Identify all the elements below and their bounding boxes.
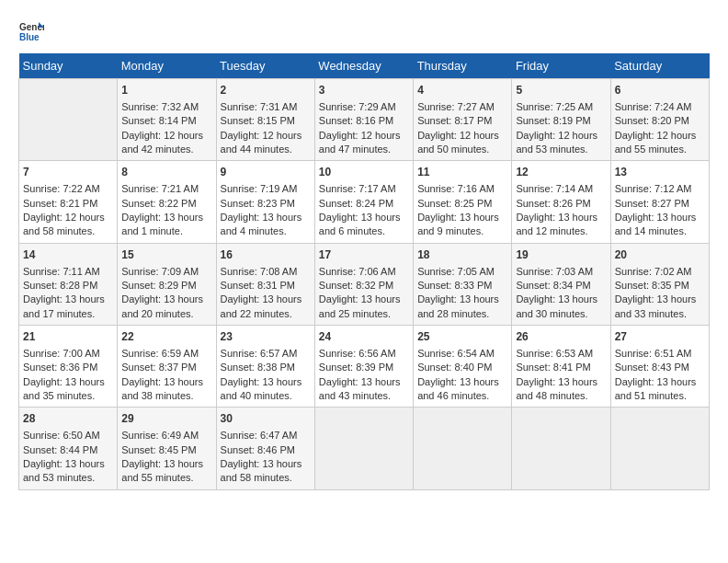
calendar-cell: 8Sunrise: 7:21 AMSunset: 8:22 PMDaylight… [118, 161, 216, 243]
day-detail: Sunrise: 6:54 AM [417, 347, 507, 361]
day-detail: Sunset: 8:34 PM [516, 279, 606, 293]
day-detail: Daylight: 13 hours [319, 211, 409, 224]
day-number: 21 [23, 329, 113, 345]
logo-icon: General Blue [18, 18, 44, 44]
calendar-cell [19, 79, 118, 161]
day-detail: Sunrise: 7:27 AM [417, 100, 507, 114]
day-number: 27 [615, 329, 705, 345]
day-detail: Sunrise: 6:51 AM [615, 347, 705, 361]
day-detail: Daylight: 13 hours [23, 375, 113, 389]
day-detail: Daylight: 13 hours [23, 293, 113, 306]
day-detail: and 43 minutes. [319, 389, 409, 403]
day-detail: and 40 minutes. [221, 389, 311, 403]
week-row-4: 21Sunrise: 7:00 AMSunset: 8:36 PMDayligh… [19, 326, 710, 408]
day-detail: Sunrise: 7:17 AM [319, 182, 409, 196]
week-row-5: 28Sunrise: 6:50 AMSunset: 8:44 PMDayligh… [19, 408, 710, 489]
day-detail: Daylight: 13 hours [417, 211, 507, 224]
weekday-header-monday: Monday [118, 53, 216, 79]
day-detail: and 53 minutes. [516, 143, 606, 156]
day-detail: and 33 minutes. [615, 307, 705, 321]
day-detail: Daylight: 13 hours [516, 211, 606, 224]
calendar-cell [610, 408, 709, 489]
calendar-cell: 7Sunrise: 7:22 AMSunset: 8:21 PMDaylight… [19, 161, 118, 243]
calendar-cell: 4Sunrise: 7:27 AMSunset: 8:17 PMDaylight… [414, 79, 512, 161]
day-detail: Sunset: 8:15 PM [221, 114, 311, 128]
day-number: 26 [516, 329, 606, 345]
day-detail: Sunrise: 7:14 AM [516, 182, 606, 196]
day-detail: Sunrise: 6:49 AM [121, 429, 211, 442]
calendar-cell: 19Sunrise: 7:03 AMSunset: 8:34 PMDayligh… [512, 243, 610, 325]
calendar-cell: 9Sunrise: 7:19 AMSunset: 8:23 PMDaylight… [216, 161, 314, 243]
day-detail: Daylight: 13 hours [121, 457, 211, 471]
day-detail: Daylight: 12 hours [615, 129, 705, 143]
day-number: 18 [417, 247, 507, 263]
calendar-cell: 3Sunrise: 7:29 AMSunset: 8:16 PMDaylight… [314, 79, 413, 161]
day-detail: Sunset: 8:20 PM [615, 114, 705, 128]
day-detail: and 1 minute. [121, 224, 211, 238]
day-detail: and 53 minutes. [23, 471, 113, 485]
day-detail: Sunset: 8:28 PM [23, 279, 113, 293]
day-detail: Daylight: 13 hours [221, 293, 311, 306]
logo: General Blue [18, 18, 48, 44]
day-number: 20 [615, 247, 705, 263]
calendar-cell: 30Sunrise: 6:47 AMSunset: 8:46 PMDayligh… [216, 408, 314, 489]
day-detail: Sunset: 8:25 PM [417, 197, 507, 211]
day-detail: Sunrise: 6:47 AM [221, 429, 311, 442]
day-detail: Sunset: 8:17 PM [417, 114, 507, 128]
day-detail: Sunset: 8:39 PM [319, 361, 409, 374]
day-detail: and 50 minutes. [417, 143, 507, 156]
calendar-cell: 28Sunrise: 6:50 AMSunset: 8:44 PMDayligh… [19, 408, 118, 489]
day-number: 19 [516, 247, 606, 263]
day-detail: Sunset: 8:46 PM [221, 443, 311, 457]
day-number: 28 [23, 411, 113, 427]
day-detail: and 58 minutes. [221, 471, 311, 485]
weekday-header-tuesday: Tuesday [216, 53, 314, 79]
calendar-cell: 26Sunrise: 6:53 AMSunset: 8:41 PMDayligh… [512, 326, 610, 408]
calendar-cell: 20Sunrise: 7:02 AMSunset: 8:35 PMDayligh… [610, 243, 709, 325]
day-detail: Sunrise: 7:19 AM [221, 182, 311, 196]
day-detail: Sunrise: 7:05 AM [417, 265, 507, 279]
calendar-table: SundayMondayTuesdayWednesdayThursdayFrid… [18, 53, 710, 490]
day-detail: Sunrise: 7:29 AM [319, 100, 409, 114]
day-detail: Sunrise: 6:50 AM [23, 429, 113, 442]
calendar-cell: 11Sunrise: 7:16 AMSunset: 8:25 PMDayligh… [414, 161, 512, 243]
day-number: 16 [221, 247, 311, 263]
day-detail: Daylight: 13 hours [615, 375, 705, 389]
day-detail: and 47 minutes. [319, 143, 409, 156]
day-number: 17 [319, 247, 409, 263]
day-detail: Daylight: 12 hours [121, 129, 211, 143]
day-detail: Daylight: 13 hours [319, 375, 409, 389]
day-detail: and 14 minutes. [615, 224, 705, 238]
day-number: 22 [121, 329, 211, 345]
day-detail: Daylight: 13 hours [417, 293, 507, 306]
day-detail: and 22 minutes. [221, 307, 311, 321]
day-number: 5 [516, 83, 606, 98]
day-detail: Daylight: 13 hours [221, 375, 311, 389]
day-detail: Daylight: 12 hours [221, 129, 311, 143]
day-number: 7 [23, 165, 113, 180]
day-detail: and 30 minutes. [516, 307, 606, 321]
day-detail: and 17 minutes. [23, 307, 113, 321]
day-detail: and 25 minutes. [319, 307, 409, 321]
day-number: 9 [221, 165, 311, 180]
calendar-cell: 14Sunrise: 7:11 AMSunset: 8:28 PMDayligh… [19, 243, 118, 325]
calendar-cell: 1Sunrise: 7:32 AMSunset: 8:14 PMDaylight… [118, 79, 216, 161]
day-detail: Sunrise: 7:24 AM [615, 100, 705, 114]
day-detail: and 28 minutes. [417, 307, 507, 321]
day-detail: Sunrise: 6:57 AM [221, 347, 311, 361]
day-detail: Daylight: 13 hours [121, 211, 211, 224]
weekday-header-friday: Friday [512, 53, 610, 79]
svg-text:Blue: Blue [19, 32, 40, 42]
day-detail: Sunrise: 7:25 AM [516, 100, 606, 114]
day-detail: Sunset: 8:45 PM [121, 443, 211, 457]
calendar-cell: 2Sunrise: 7:31 AMSunset: 8:15 PMDaylight… [216, 79, 314, 161]
day-detail: Sunset: 8:43 PM [615, 361, 705, 374]
day-detail: Sunset: 8:16 PM [319, 114, 409, 128]
day-detail: Sunrise: 7:31 AM [221, 100, 311, 114]
day-number: 12 [516, 165, 606, 180]
day-detail: Sunset: 8:31 PM [221, 279, 311, 293]
day-detail: Sunrise: 7:03 AM [516, 265, 606, 279]
weekday-header-row: SundayMondayTuesdayWednesdayThursdayFrid… [19, 53, 710, 79]
day-detail: and 6 minutes. [319, 224, 409, 238]
weekday-header-thursday: Thursday [414, 53, 512, 79]
